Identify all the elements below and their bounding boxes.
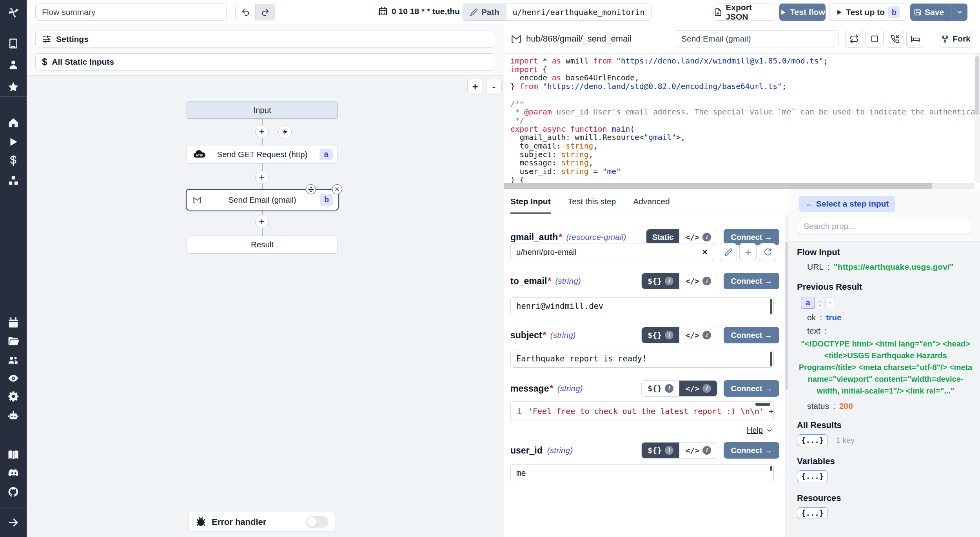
code-editor[interactable]: import * as wmill from "https://deno.lan… (504, 53, 980, 189)
flow-path-control[interactable]: Path u/henri/earthquake_monitorin (463, 4, 652, 21)
fork-button[interactable]: Fork (940, 30, 971, 48)
save-button[interactable]: Save (910, 4, 947, 21)
step-name-input[interactable]: Send Email (gmail) (675, 30, 838, 47)
hub-script-path[interactable]: hub/868/gmail/_send_email (526, 24, 632, 53)
bot-icon[interactable] (7, 410, 19, 422)
template-mode-button[interactable]: ${}i (642, 443, 679, 458)
trigger-button[interactable] (278, 125, 292, 138)
field-type: (string) (555, 276, 581, 286)
to-email-input[interactable]: henri@windmill.dev (510, 297, 774, 315)
github-icon[interactable] (7, 486, 19, 498)
box-button[interactable] (866, 30, 884, 48)
subject-input[interactable]: Earthquake report is ready! (510, 350, 774, 368)
flow-graph-canvas[interactable]: + - Input HTTP Send GET Request (http) a (27, 76, 504, 537)
test-up-to-button[interactable]: Test up to b (829, 4, 906, 21)
tab-test-this-step[interactable]: Test this step (568, 197, 616, 214)
zoom-in-button[interactable]: + (467, 79, 483, 94)
javascript-mode-button[interactable]: </>i (679, 381, 717, 396)
code-horizontal-scrollbar[interactable] (504, 183, 975, 189)
star-icon[interactable] (7, 81, 19, 93)
flow-input-url-row[interactable]: URL: "https://earthquake.usgs.gov/" (807, 262, 972, 272)
object-chip[interactable]: {...} (797, 470, 828, 482)
add-step-button[interactable] (255, 215, 269, 228)
clear-resource-button[interactable]: × (702, 247, 708, 258)
connect-button[interactable]: Connect → (724, 442, 779, 459)
test-flow-button[interactable]: Test flow (779, 4, 826, 21)
help-toggle[interactable]: Help (747, 426, 773, 435)
text-value[interactable]: "<!DOCTYPE html> <html lang="en"> <head>… (797, 338, 974, 397)
user-id-input[interactable]: me (510, 464, 774, 482)
export-json-button[interactable]: Export JSON (713, 4, 775, 21)
flow-settings-button[interactable]: Settings (35, 31, 495, 48)
message-code-editor[interactable]: 1 'Feel free to check out the latest rep… (510, 401, 774, 421)
text-row[interactable]: text: (807, 326, 972, 336)
flow-node-input[interactable]: Input (187, 102, 338, 119)
undo-button[interactable] (236, 4, 255, 20)
flow-summary-input[interactable]: Flow summary (35, 4, 227, 21)
add-resource-button[interactable] (739, 243, 757, 261)
refresh-resource-button[interactable] (759, 243, 776, 261)
connect-button[interactable]: Connect → (724, 380, 779, 397)
book-icon[interactable] (7, 449, 19, 461)
phone-incoming-icon-button[interactable] (886, 30, 904, 48)
input-scrollbar[interactable] (770, 352, 772, 366)
object-chip[interactable]: {...} (797, 507, 828, 519)
editor-scrollbar[interactable] (755, 403, 770, 406)
static-mode-button[interactable]: Static (646, 229, 679, 245)
redo-button[interactable] (255, 4, 275, 20)
sleep-step-button[interactable] (906, 30, 924, 48)
search-prop-input[interactable]: Search prop... (798, 218, 971, 234)
flow-node-result[interactable]: Result (187, 236, 338, 254)
delete-step-button[interactable] (332, 184, 342, 194)
all-static-inputs-button[interactable]: $ All Static Inputs (35, 53, 495, 71)
collapse-chip[interactable]: - (825, 298, 835, 308)
flow-node-gmail-selected[interactable]: Send Email (gmail) b (186, 189, 339, 210)
input-scrollbar[interactable] (770, 466, 772, 471)
flow-node-http-get[interactable]: HTTP Send GET Request (http) a (187, 145, 338, 163)
discord-icon[interactable] (7, 467, 19, 479)
gear-icon[interactable] (7, 390, 19, 402)
select-step-input-button[interactable]: ← Select a step input (799, 196, 895, 212)
javascript-mode-button[interactable]: </>i (679, 443, 717, 458)
save-dropdown-button[interactable] (951, 4, 967, 21)
windmill-logo-icon[interactable] (6, 5, 20, 20)
add-step-button[interactable] (255, 125, 269, 138)
building-icon[interactable] (7, 38, 19, 49)
add-step-button[interactable] (255, 171, 269, 184)
javascript-mode-button[interactable]: </>i (679, 273, 717, 289)
connect-button[interactable]: Connect → (724, 327, 779, 343)
step-a-chip[interactable]: a (801, 297, 815, 309)
eye-icon[interactable] (7, 372, 19, 384)
template-mode-button[interactable]: ${}i (642, 327, 679, 343)
form-scrollbar[interactable] (785, 214, 789, 537)
code-vertical-scrollbar[interactable] (975, 54, 980, 183)
arrow-right-icon[interactable] (7, 517, 19, 528)
ok-row[interactable]: ok: true (807, 313, 972, 322)
javascript-mode-button[interactable]: </>i (679, 327, 717, 343)
gmail-auth-resource-input[interactable]: u/henri/pro-email × (510, 243, 714, 261)
move-step-button[interactable] (306, 184, 316, 194)
tab-advanced[interactable]: Advanced (633, 197, 670, 214)
schedule-summary[interactable]: 0 10 18 * * tue,thu (378, 7, 460, 16)
edit-resource-button[interactable] (720, 243, 737, 261)
calendar-icon[interactable] (7, 317, 19, 328)
tab-step-input[interactable]: Step Input (510, 197, 551, 214)
template-mode-button[interactable]: ${}i (642, 381, 679, 396)
connect-button[interactable]: Connect → (724, 273, 779, 289)
play-icon[interactable] (7, 136, 19, 148)
user-icon[interactable] (7, 59, 19, 71)
dollar-icon[interactable] (7, 155, 19, 167)
zoom-out-button[interactable]: - (486, 79, 502, 94)
input-scrollbar[interactable] (770, 299, 772, 314)
refresh-script-button[interactable] (845, 30, 863, 48)
home-icon[interactable] (7, 117, 19, 129)
object-chip[interactable]: {...} (797, 434, 828, 446)
users-gear-icon[interactable] (7, 354, 19, 366)
status-row[interactable]: status: 200 (807, 401, 972, 411)
path-edit-button[interactable]: Path (463, 4, 506, 20)
error-handler-toggle[interactable] (306, 516, 328, 528)
boxes-icon[interactable] (7, 175, 19, 187)
template-mode-button[interactable]: ${}i (642, 273, 679, 289)
folder-icon[interactable] (7, 336, 19, 347)
javascript-mode-button[interactable]: </>i (679, 229, 717, 245)
